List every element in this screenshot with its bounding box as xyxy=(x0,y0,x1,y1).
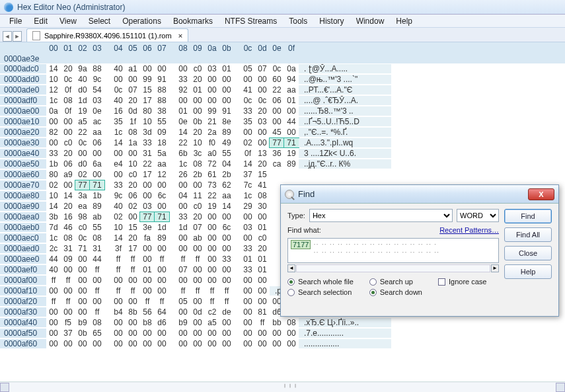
menu-operations[interactable]: Operations xyxy=(117,15,167,27)
hex-byte[interactable]: 00 xyxy=(190,318,205,327)
hex-byte[interactable]: 00 xyxy=(205,339,219,348)
hex-byte[interactable]: 20 xyxy=(190,128,205,137)
hex-byte[interactable]: 01 xyxy=(219,64,234,73)
hex-byte[interactable]: 00 xyxy=(241,307,255,317)
hex-byte[interactable]: 00 xyxy=(126,339,140,348)
hex-row[interactable]: 0000ae40332000000000315a6b3ca0550f133619… xyxy=(0,148,565,159)
hex-byte[interactable]: 20 xyxy=(255,106,270,116)
hex-byte[interactable]: 09 xyxy=(155,128,169,137)
hex-byte[interactable]: ff xyxy=(205,286,219,295)
hex-row[interactable]: 0000ae3000c00c06141a33182210f04902007771… xyxy=(0,137,565,148)
hex-byte[interactable]: ff xyxy=(190,255,205,264)
menu-tools[interactable]: Tools xyxy=(283,15,313,27)
hex-byte[interactable]: 01 xyxy=(140,265,155,274)
hex-byte[interactable]: 00 xyxy=(255,339,270,348)
hex-byte[interactable]: 1d xyxy=(155,223,169,232)
hex-byte[interactable]: 00 xyxy=(284,128,299,137)
ascii-column[interactable]: .хЂ.Є Ц›.Ґїi..».. xyxy=(299,318,391,327)
hex-byte[interactable]: 06 xyxy=(270,96,284,105)
hex-byte[interactable]: 04 xyxy=(219,159,234,169)
hex-byte[interactable]: 54 xyxy=(90,85,104,95)
hex-byte[interactable]: 30 xyxy=(255,202,270,211)
hex-byte[interactable]: d0 xyxy=(75,159,90,169)
hex-row[interactable]: 0000adc014209a8840a1000000c0030105070c0a… xyxy=(0,63,565,74)
hex-byte[interactable]: 1c xyxy=(46,233,61,243)
hex-byte[interactable]: a5 xyxy=(205,318,219,327)
hex-byte[interactable]: ff xyxy=(219,286,234,295)
hex-byte[interactable]: 06 xyxy=(61,159,75,169)
hex-byte[interactable]: 3a xyxy=(75,191,90,200)
hex-byte[interactable]: 00 xyxy=(46,286,61,295)
hex-byte[interactable]: aa xyxy=(219,191,234,200)
hex-byte[interactable]: 3b xyxy=(46,212,61,221)
hex-byte[interactable]: 00 xyxy=(176,96,190,105)
hex-byte[interactable]: 91 xyxy=(219,106,234,116)
hex-byte[interactable]: fa xyxy=(140,233,155,243)
hex-byte[interactable]: 00 xyxy=(140,244,155,253)
hex-byte[interactable]: 2b xyxy=(190,170,205,179)
hex-byte[interactable]: 00 xyxy=(140,329,155,338)
hex-byte[interactable]: ff xyxy=(61,276,75,285)
hex-byte[interactable]: 1d xyxy=(75,96,90,105)
hex-byte[interactable]: 14 xyxy=(111,138,126,147)
hex-byte[interactable]: 00 xyxy=(75,286,90,295)
scroll-track[interactable] xyxy=(296,264,490,272)
hex-byte[interactable]: 40 xyxy=(111,64,126,73)
hex-byte[interactable]: 00 xyxy=(75,307,90,317)
size-select[interactable]: WORD xyxy=(457,209,499,222)
hex-byte[interactable]: 00 xyxy=(46,318,61,327)
hex-byte[interactable]: 00 xyxy=(61,265,75,274)
hex-byte[interactable]: 88 xyxy=(155,96,169,105)
menu-history[interactable]: History xyxy=(314,15,349,27)
hex-byte[interactable]: 00 xyxy=(140,64,155,73)
hex-byte[interactable]: 10 xyxy=(46,75,61,84)
hex-byte[interactable]: ff xyxy=(219,297,234,306)
hex-byte[interactable]: 00 xyxy=(46,307,61,317)
menu-bookmarks[interactable]: Bookmarks xyxy=(168,15,218,27)
hex-byte[interactable]: 00 xyxy=(90,339,104,348)
hex-byte[interactable]: 33 xyxy=(219,255,234,264)
hex-byte[interactable]: 00 xyxy=(126,149,140,158)
hex-byte[interactable]: 00 xyxy=(205,223,219,232)
hex-byte[interactable]: 00 xyxy=(90,170,104,179)
hex-byte[interactable]: ff xyxy=(205,297,219,306)
hex-byte[interactable]: 72 xyxy=(205,159,219,169)
hex-row[interactable]: 0000add0100c409c000099913320000000006094… xyxy=(0,74,565,85)
hex-byte[interactable]: 00 xyxy=(190,329,205,338)
hex-byte[interactable]: 00 xyxy=(176,307,190,317)
hex-byte[interactable]: 00 xyxy=(255,297,270,306)
hex-byte[interactable]: 2c xyxy=(46,244,61,253)
hex-byte[interactable]: 9c xyxy=(90,75,104,84)
hex-byte[interactable]: 0c xyxy=(75,138,90,147)
hex-byte[interactable]: 20 xyxy=(126,180,140,190)
hex-byte[interactable]: ff xyxy=(155,255,169,264)
hex-byte[interactable]: 8b xyxy=(126,307,140,317)
hex-byte[interactable]: 16 xyxy=(111,106,126,116)
ascii-column[interactable]: ....@ .ˆ€ЂЎ...А. xyxy=(299,96,391,105)
hex-byte[interactable]: 00 xyxy=(219,276,234,285)
hex-byte[interactable]: 09 xyxy=(61,255,75,264)
hex-byte[interactable]: ea xyxy=(75,202,90,211)
hex-byte[interactable]: 00 xyxy=(155,339,169,348)
hex-byte[interactable]: ff xyxy=(176,286,190,295)
hex-byte[interactable]: 00 xyxy=(219,265,234,274)
hex-byte[interactable]: e4 xyxy=(111,159,126,169)
hex-byte[interactable]: 00 xyxy=(219,244,234,253)
hex-byte[interactable]: 22 xyxy=(270,85,284,95)
hex-byte[interactable]: 14 xyxy=(46,64,61,73)
find-input-scrollbar[interactable]: ◄ ► xyxy=(287,264,499,272)
hex-byte[interactable]: 0f xyxy=(61,85,75,95)
hex-byte[interactable]: 00 xyxy=(111,170,126,179)
hex-byte[interactable]: 1c xyxy=(176,159,190,169)
hex-byte[interactable]: 00 xyxy=(219,212,234,221)
hex-byte[interactable]: 26 xyxy=(176,170,190,179)
hex-byte[interactable]: 00 xyxy=(111,149,126,158)
hex-byte[interactable]: 8e xyxy=(219,117,234,126)
hex-byte[interactable]: d0 xyxy=(75,85,90,95)
hex-byte[interactable]: 00 xyxy=(75,149,90,158)
hex-byte[interactable]: 20 xyxy=(61,149,75,158)
hex-byte[interactable]: 6b xyxy=(176,149,190,158)
hex-byte[interactable]: 71 xyxy=(284,138,299,147)
hex-byte[interactable]: 35 xyxy=(111,117,126,126)
ascii-column[interactable]: .7.е............ xyxy=(299,329,391,338)
